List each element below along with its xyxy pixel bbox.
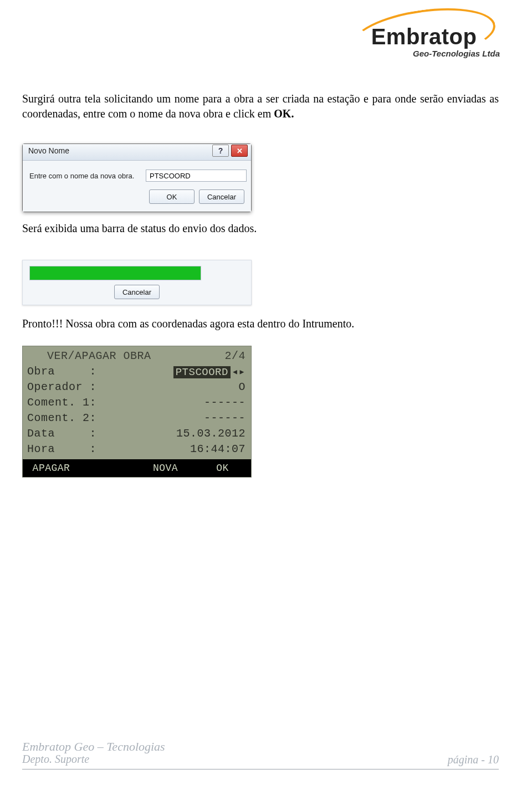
- paragraph-intro: Surgirá outra tela solicitando um nome p…: [22, 91, 499, 121]
- instrument-row-label: Hora :: [27, 443, 96, 455]
- left-right-arrow-icon: ◂▸: [232, 366, 245, 378]
- progress-fill: [30, 266, 201, 280]
- instrument-row-value: O: [238, 381, 245, 393]
- dialog-novo-nome: Novo Nome ? ✕ Entre com o nome da nova o…: [22, 143, 252, 212]
- instrument-row-value: ------: [204, 412, 245, 424]
- close-icon: ✕: [237, 147, 243, 155]
- instrument-page-indicator: 2/4: [224, 350, 245, 362]
- instrument-row-value[interactable]: PTSCOORD◂▸: [173, 365, 245, 378]
- instrument-row-label: Obra :: [27, 365, 96, 378]
- footer-dept: Depto. Suporte: [22, 753, 499, 766]
- instrument-row: Coment. 2:------: [27, 410, 245, 425]
- progress-bar: [29, 266, 201, 280]
- instrument-screen: VER/APAGAR OBRA 2/4 Obra :PTSCOORD◂▸Oper…: [22, 346, 252, 478]
- ok-button[interactable]: OK: [149, 189, 195, 204]
- help-button[interactable]: ?: [212, 145, 229, 157]
- instrument-row: Hora :16:44:07: [27, 441, 245, 456]
- close-button[interactable]: ✕: [231, 145, 248, 157]
- logo-tagline: Geo-Tecnologias Ltda: [413, 49, 500, 58]
- instrument-row: Operador :O: [27, 379, 245, 394]
- instrument-title: VER/APAGAR OBRA: [47, 350, 151, 362]
- instrument-row-value: 15.03.2012: [176, 427, 245, 440]
- softkey-apagar[interactable]: APAGAR: [23, 463, 80, 474]
- paragraph-intro-bold: OK.: [274, 107, 294, 120]
- paragraph-status: Será exibida uma barra de status do envi…: [22, 222, 499, 235]
- obra-name-input[interactable]: [146, 170, 247, 182]
- instrument-cursor-field[interactable]: PTSCOORD: [173, 366, 231, 378]
- instrument-row: Obra :PTSCOORD◂▸: [27, 363, 245, 379]
- dialog-titlebar: Novo Nome ? ✕: [23, 144, 251, 161]
- instrument-row: Data :15.03.2012: [27, 425, 245, 441]
- logo-swoosh: Embratop Geo-Tecnologias Ltda: [344, 10, 504, 65]
- instrument-row-label: Data :: [27, 427, 96, 440]
- instrument-row-label: Coment. 1:: [27, 396, 96, 409]
- instrument-row-label: Coment. 2:: [27, 412, 96, 424]
- cancel-button[interactable]: Cancelar: [199, 189, 244, 204]
- dialog-progress: Cancelar: [22, 260, 252, 305]
- instrument-row-label: Operador :: [27, 381, 96, 393]
- paragraph-done: Pronto!!! Nossa obra com as coordenadas …: [22, 317, 499, 330]
- instrument-row: Coment. 1:------: [27, 394, 245, 410]
- paragraph-intro-text: Surgirá outra tela solicitando um nome p…: [22, 93, 499, 120]
- logo-brand-text: Embratop: [344, 24, 504, 49]
- instrument-row-value: 16:44:07: [190, 443, 245, 455]
- help-icon: ?: [218, 146, 223, 155]
- progress-cancel-button[interactable]: Cancelar: [114, 285, 160, 299]
- instrument-row-value: ------: [204, 396, 245, 409]
- footer-page-number: página - 10: [448, 753, 499, 766]
- dialog-prompt-label: Entre com o nome da nova obra.: [29, 172, 146, 180]
- softkey-nova[interactable]: NOVA: [137, 463, 194, 474]
- dialog-title: Novo Nome: [28, 146, 69, 155]
- softkey-ok[interactable]: OK: [194, 463, 251, 474]
- brand-logo: Embratop Geo-Tecnologias Ltda: [344, 10, 504, 65]
- footer-company: Embratop Geo – Tecnologias: [22, 740, 499, 754]
- page-footer: Embratop Geo – Tecnologias Depto. Suport…: [22, 740, 499, 769]
